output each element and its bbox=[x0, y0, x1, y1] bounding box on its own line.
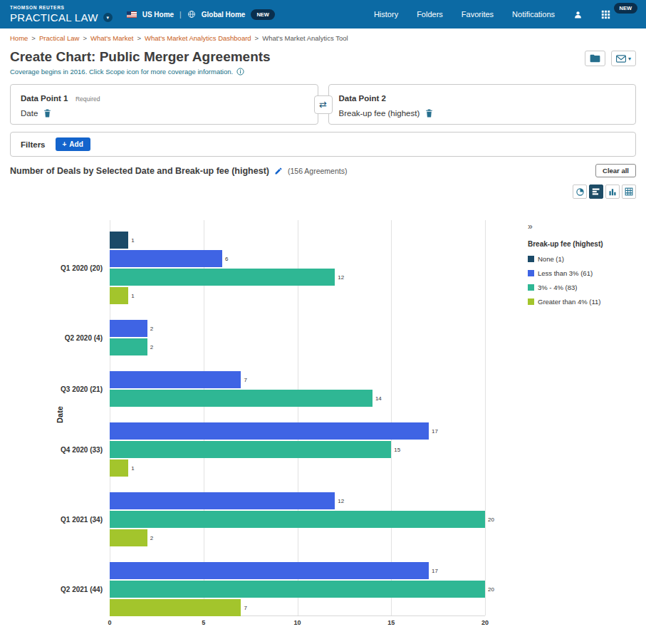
legend-label: None (1) bbox=[538, 255, 564, 263]
bar-value-label: 7 bbox=[244, 377, 246, 383]
breadcrumb-analytics-dashboard[interactable]: What's Market Analytics Dashboard bbox=[145, 34, 251, 42]
chart-bar[interactable] bbox=[110, 390, 373, 407]
bars-container: 17151 bbox=[110, 422, 485, 477]
bar-row: 14 bbox=[110, 390, 485, 407]
bar-groups: Q1 2020 (20)16121Q2 2020 (4)22Q3 2020 (2… bbox=[10, 232, 525, 616]
chart-bar[interactable] bbox=[110, 511, 485, 528]
nav-favorites[interactable]: Favorites bbox=[462, 10, 494, 19]
legend-item[interactable]: None (1) bbox=[528, 255, 639, 263]
chart-bar[interactable] bbox=[110, 581, 485, 598]
edit-pencil-icon[interactable] bbox=[274, 167, 283, 175]
pie-chart-button[interactable] bbox=[573, 185, 587, 199]
filters-label: Filters bbox=[21, 140, 46, 149]
bar-row: 12 bbox=[110, 269, 485, 286]
bar-row: 1 bbox=[110, 232, 485, 249]
chart-bar[interactable] bbox=[110, 459, 128, 477]
data-point-1-title: Data Point 1 bbox=[21, 94, 68, 103]
new-badge: NEW bbox=[251, 9, 275, 20]
category-label: Q3 2020 (21) bbox=[10, 385, 110, 393]
bar-row: 2 bbox=[110, 338, 485, 355]
breadcrumb-whats-market[interactable]: What's Market bbox=[90, 34, 133, 42]
legend-label: 3% - 4% (83) bbox=[538, 284, 577, 291]
chart-bar[interactable] bbox=[110, 320, 147, 337]
legend-collapse-button[interactable]: » bbox=[528, 222, 639, 232]
folder-button[interactable] bbox=[585, 51, 605, 66]
clear-all-button[interactable]: Clear all bbox=[595, 164, 636, 177]
column-chart-button[interactable] bbox=[605, 185, 620, 199]
chart-bar[interactable] bbox=[110, 250, 222, 267]
bar-group: Q4 2020 (33)17151 bbox=[10, 422, 525, 477]
chart-bar[interactable] bbox=[110, 371, 241, 388]
us-flag-icon bbox=[127, 11, 137, 18]
bar-row: 17 bbox=[110, 422, 485, 440]
table-view-button[interactable] bbox=[622, 185, 636, 199]
delete-data-point-2-button[interactable] bbox=[425, 109, 433, 118]
us-home-link[interactable]: US Home bbox=[142, 11, 174, 19]
brand: THOMSON REUTERS PRACTICAL LAW ▾ bbox=[10, 6, 113, 23]
bar-value-label: 6 bbox=[225, 256, 228, 262]
nav-folders[interactable]: Folders bbox=[417, 10, 443, 19]
brand-practical-law: PRACTICAL LAW bbox=[10, 12, 98, 23]
add-filter-button[interactable]: + Add bbox=[56, 137, 90, 151]
chart-bar[interactable] bbox=[110, 269, 335, 286]
bar-row: 1 bbox=[110, 459, 485, 477]
legend-item[interactable]: 3% - 4% (83) bbox=[528, 284, 639, 291]
divider: | bbox=[179, 11, 182, 19]
info-icon[interactable] bbox=[236, 68, 244, 76]
nav-notifications[interactable]: Notifications bbox=[512, 10, 555, 19]
swap-data-points-button[interactable]: ⇄ bbox=[314, 95, 333, 114]
chart-bar[interactable] bbox=[110, 599, 241, 616]
bar-row: 2 bbox=[110, 320, 485, 337]
chart-bar[interactable] bbox=[110, 338, 147, 355]
bar-value-label: 20 bbox=[488, 586, 494, 593]
breadcrumb-practical-law[interactable]: Practical Law bbox=[39, 34, 80, 42]
chart-bar[interactable] bbox=[110, 232, 128, 249]
bar-group: Q2 2021 (44)17207 bbox=[10, 562, 525, 616]
bar-row: 7 bbox=[110, 371, 485, 388]
bar-row: 2 bbox=[110, 529, 485, 546]
category-label: Q1 2021 (34) bbox=[10, 516, 110, 524]
plus-icon: + bbox=[63, 140, 67, 148]
global-home-link[interactable]: Global Home bbox=[202, 11, 246, 19]
chart-bar[interactable] bbox=[110, 441, 391, 458]
legend-label: Greater than 4% (11) bbox=[538, 298, 601, 306]
email-button[interactable]: ▾ bbox=[611, 51, 636, 66]
chart-bar[interactable] bbox=[110, 287, 128, 304]
data-points-row: Data Point 1 Required Date ⇄ Data Point … bbox=[10, 84, 636, 125]
brand-dropdown-icon[interactable]: ▾ bbox=[103, 13, 113, 22]
filters-bar: Filters + Add bbox=[10, 132, 636, 157]
bar-value-label: 2 bbox=[150, 344, 153, 350]
category-label: Q1 2020 (20) bbox=[10, 264, 110, 272]
data-point-2-card[interactable]: Data Point 2 Break-up fee (highest) bbox=[328, 84, 637, 125]
chart-bar[interactable] bbox=[110, 562, 429, 579]
bar-group: Q2 2020 (4)22 bbox=[10, 320, 525, 355]
legend-item[interactable]: Less than 3% (61) bbox=[528, 269, 639, 277]
title-row: Create Chart: Public Merger Agreements ▾ bbox=[0, 46, 646, 66]
envelope-icon bbox=[616, 55, 626, 63]
horizontal-bar-chart-button[interactable] bbox=[589, 185, 603, 199]
apps-grid-icon[interactable] bbox=[601, 10, 610, 19]
legend-item[interactable]: Greater than 4% (11) bbox=[528, 298, 639, 306]
user-icon[interactable] bbox=[573, 10, 583, 19]
nav-history[interactable]: History bbox=[374, 10, 398, 19]
chart-bar[interactable] bbox=[110, 422, 429, 440]
data-point-2-title: Data Point 2 bbox=[339, 94, 386, 103]
chart-bar[interactable] bbox=[110, 492, 335, 509]
coverage-note: Coverage begins in 2016. Click Scope ico… bbox=[0, 66, 646, 81]
bar-value-label: 12 bbox=[338, 498, 344, 504]
bar-value-label: 12 bbox=[338, 274, 344, 281]
breadcrumb-separator: > bbox=[83, 34, 87, 42]
data-point-1-value: Date bbox=[21, 109, 38, 118]
required-label: Required bbox=[75, 95, 100, 103]
bar-value-label: 17 bbox=[432, 568, 438, 574]
delete-data-point-1-button[interactable] bbox=[43, 109, 51, 118]
category-label: Q2 2020 (4) bbox=[10, 334, 110, 342]
breadcrumb-separator: > bbox=[137, 34, 141, 42]
breadcrumb-home[interactable]: Home bbox=[10, 34, 28, 42]
bar-group: Q1 2020 (20)16121 bbox=[10, 232, 525, 304]
breadcrumb: Home > Practical Law > What's Market > W… bbox=[0, 28, 646, 46]
chart-bar[interactable] bbox=[110, 529, 147, 546]
data-point-1-card[interactable]: Data Point 1 Required Date bbox=[10, 84, 318, 125]
bars-container: 12202 bbox=[110, 492, 485, 546]
home-links: US Home | Global Home NEW bbox=[127, 9, 275, 20]
